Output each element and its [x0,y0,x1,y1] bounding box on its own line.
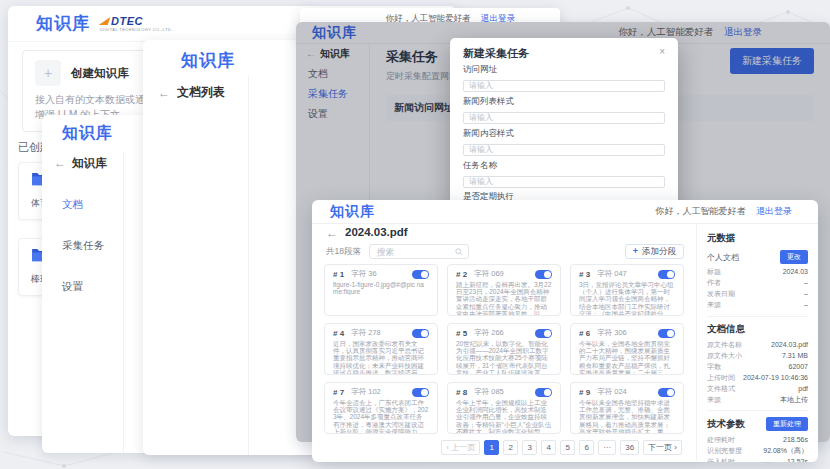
tech-title: 技术参数 [707,418,745,431]
brand-title: 知识库 [330,203,375,221]
meta-value: – [804,290,808,299]
modal-title: 新建采集任务 [463,47,529,60]
meta-tech-fields: 处理耗时 218.56s 识别完整度 92.08%（高） 嵌入耗时 12.52s [707,436,808,462]
meta-value: 2024.03 [783,268,808,277]
search-input[interactable] [375,246,455,258]
chunk-card[interactable]: # 6 字符 306 今年以来，全国各地全面贯彻党的二十大精神，围绕发展新质生产… [570,323,684,375]
chunk-enabled-toggle[interactable] [535,388,552,397]
meta-value: – [804,279,808,288]
meta-label: 处理耗时 [707,436,735,445]
pagination-prev[interactable]: ‹ 上一页 [441,440,480,455]
chunk-index: # 9 [579,388,590,397]
close-icon[interactable]: × [659,47,665,57]
chunk-charcount: 字符 069 [474,269,504,279]
doc-type-label: 个人文档 [707,252,739,263]
modal-new-task: 新建采集任务 × 访问网址 新闻列表样式 新闻内容样式 [450,38,678,214]
pagination-page[interactable]: 2 [503,440,518,455]
dtec-logo: DTEC DIGITAL TECHNOLOGY CO.,LTD. [100,16,173,32]
pagination-page[interactable]: 36 [620,440,639,455]
logo-mark-icon [99,17,111,25]
chunk-text: 今年上半年，全国规模以上工业企业利润同比增长，高技术制造业引领作用凸显，企业效益… [456,399,552,434]
chunk-card[interactable]: # 9 字符 024 今年以来全国各地坚持稳中求进工作总基调，完整、准确、全面贯… [570,382,684,434]
meta-base-fields: 标题 2024.03 作者 – 发表日期 – [707,268,808,310]
pagination-page[interactable]: 1 [484,440,499,455]
chunk-card[interactable]: # 8 字符 085 今年上半年，全国规模以上工业企业利润同比增长，高技术制造业… [447,382,561,434]
meta-label: 标题 [707,268,721,277]
chunk-index: # 2 [456,270,467,279]
modal-form: 访问网址 新闻列表样式 新闻内容样式 任务名称 [463,65,665,188]
meta-value: 218.56s [783,436,808,445]
chunk-enabled-toggle[interactable] [658,270,675,279]
field-input[interactable] [463,176,665,188]
create-kb-title: 创建知识库 [71,66,129,81]
chunk-card[interactable]: # 7 字符 102 今年全运会上，广东代表团工作会议审议通过《实施方案》，20… [324,382,438,434]
meta-value: – [804,301,808,310]
chunk-enabled-toggle[interactable] [412,329,429,338]
meta-row: 原文件大小 7.31 MB [707,352,808,361]
field-label: 任务名称 [463,161,665,170]
search-box[interactable] [369,244,469,259]
change-button[interactable]: 更改 [780,250,808,264]
plus-icon: + [35,60,61,86]
meta-value: 本地上传 [780,396,808,405]
chunk-enabled-toggle[interactable] [658,388,675,397]
back-arrow-icon[interactable]: ← [158,87,170,99]
logo-text: DTEC [111,16,143,27]
chunk-card[interactable]: # 1 字符 36 figure-1-figure-0.jpg@#@pic na… [324,264,438,316]
field-label: 新闻列表样式 [463,97,665,106]
field-input[interactable] [463,80,665,92]
pagination-page[interactable]: 6 [579,440,594,455]
chunk-enabled-toggle[interactable] [412,270,429,279]
chunk-index: # 3 [579,270,590,279]
chunk-text: figure-1-figure-0.jpg@#@pic name:figure [333,281,429,295]
meta-row: 嵌入耗时 12.52s [707,458,808,462]
meta-value: 62007 [789,363,808,372]
back-arrow-icon[interactable]: ← [54,157,66,169]
pagination: ‹ 上一页 1 2 3 4 5 [324,440,684,455]
screenshot-stage: 知识库 DTEC DIGITAL TECHNOLOGY CO.,LTD. + 创… [0,0,830,469]
add-segment-label: 添加分段 [642,246,676,258]
info-title: 文档信息 [707,323,808,336]
meta-row: 来源 – [707,301,808,310]
meta-title: 元数据 [707,232,808,245]
meta-row: 字数 62007 [707,363,808,372]
chunks-main: ← 2024.03.pdf 共18段落 + 添加分段 [312,224,696,461]
chunk-index: # 6 [579,329,590,338]
brand-title: 知识库 [36,12,90,35]
logout-link[interactable]: 退出登录 [756,206,792,216]
chunk-charcount: 字符 024 [597,387,627,397]
meta-row: 处理耗时 218.56s [707,436,808,445]
pagination-page[interactable]: 3 [522,440,537,455]
chunk-enabled-toggle[interactable] [535,270,552,279]
pagination-page[interactable]: 4 [541,440,556,455]
field-label: 访问网址 [463,65,665,74]
chunk-card[interactable]: # 4 字符 278 近日，国家发改委印发有关文件，认真贯彻落实习近平总书记重要… [324,323,438,375]
search-icon [455,248,463,256]
back-label: 知识库 [72,157,107,169]
sidebar-divider [123,151,124,453]
meta-label: 原文件大小 [707,352,742,361]
field-input[interactable] [463,112,665,124]
chunk-card[interactable]: # 3 字符 047 3日，党报评论员文章学习中心组（个人）进行集体学习，第一时… [570,264,684,316]
chunk-card[interactable]: # 2 字符 069 踏上新征程，奋楫再出发。3月22日至23日，2024年全国… [447,264,561,316]
reprocess-button[interactable]: 重新处理 [766,417,808,431]
chunk-enabled-toggle[interactable] [535,329,552,338]
meta-label: 上传时间 [707,374,735,383]
chunk-text: 近日，国家发改委印发有关文件，认真贯彻落实习近平总书记重要指示批示精神，推动营商… [333,340,429,375]
pagination-page[interactable]: ··· [598,440,616,455]
divider [707,410,808,411]
field-input[interactable] [463,144,665,156]
meta-row: 文件格式 pdf [707,385,808,394]
chunk-card[interactable]: # 5 字符 266 20世纪以来，以数字化、智能化为引领——2024年全国职工… [447,323,561,375]
add-segment-button[interactable]: + 添加分段 [625,244,684,259]
meta-info-fields: 原文件名称 2024.03.pdf 原文件大小 7.31 MB 字数 62007 [707,341,808,405]
meta-value: pdf [798,385,808,394]
chunk-enabled-toggle[interactable] [658,329,675,338]
chunk-enabled-toggle[interactable] [412,388,429,397]
chunk-text: 踏上新征程，奋楫再出发。3月22日至23日，2024年全国两会精神宣讲活动走深走… [456,281,552,316]
plus-icon: + [633,247,638,256]
chunk-charcount: 字符 047 [597,269,627,279]
pagination-page[interactable]: 5 [560,440,575,455]
pagination-next[interactable]: 下一页 › [643,440,682,455]
back-arrow-icon[interactable]: ← [326,227,338,239]
